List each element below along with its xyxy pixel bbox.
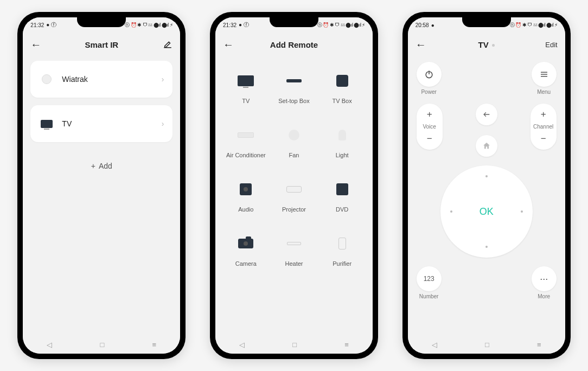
fan-icon [39,72,54,87]
menu-button[interactable] [532,62,557,87]
tv-icon [234,69,257,92]
channel-up-button[interactable]: + [541,107,546,122]
add-button[interactable]: + Add [30,150,172,182]
remote-type-ac[interactable]: Air Conditioner [223,120,269,169]
device-card-wiatrak[interactable]: Wiatrak › [30,61,172,98]
nav-back-icon[interactable]: ◁ [47,341,52,349]
number-button[interactable]: 123 [417,266,442,291]
remote-type-heater[interactable]: Heater [271,229,317,278]
nav-back-icon[interactable]: ◁ [239,341,245,349]
back-icon[interactable]: ← [30,39,41,51]
nav-recent-icon[interactable]: ≡ [344,341,349,349]
phone-smart-ir: 21:32 ● ⓕ ⓝ ⏰ ✱ ⛉ 𝌂 ⬤ıl ⬤ıl ⚡︎ ← Smart I… [17,12,186,359]
dpad-left-button[interactable] [450,210,452,213]
edit-button[interactable]: Edit [545,41,557,49]
status-right-icons: ⓝ ⏰ ✱ ⛉ 𝌂 ⬤ıl ⬤ıl ⚡︎ [510,22,558,29]
remote-type-purifier[interactable]: Purifier [319,229,365,278]
tvbox-icon [331,69,354,92]
nav-header: ← TV Edit [408,33,565,56]
nav-back-icon[interactable]: ◁ [432,341,437,349]
status-left-icons: ● ⓕ [239,21,249,29]
heater-icon [283,232,305,255]
camera-icon [234,232,257,255]
status-left-icons: ● [431,22,434,28]
remote-type-audio[interactable]: Audio [223,175,269,223]
page-title: Smart IR [49,40,154,49]
audio-icon [234,178,257,201]
back-icon[interactable]: ← [223,39,234,51]
number-label: Number [419,293,439,299]
remote-type-fan[interactable]: Fan [271,120,317,169]
nav-recent-icon[interactable]: ≡ [152,341,157,349]
device-label: TV [62,119,161,128]
nav-footer: ◁ □ ≡ [408,335,565,354]
nav-header: ← Add Remote [215,33,373,56]
dpad-right-button[interactable] [521,210,523,213]
status-right-icons: ⓝ ⏰ ✱ ⛉ 𝌂 ⬤ıl ⬤ıl ⚡︎ [125,22,172,29]
remote-type-camera[interactable]: Camera [223,229,269,278]
phone-tv-remote: 20:58 ● ⓝ ⏰ ✱ ⛉ 𝌂 ⬤ıl ⬤ıl ⚡︎ ← TV Edit P… [402,12,571,359]
power-label: Power [421,89,436,95]
channel-label: Channel [533,122,553,131]
nav-recent-icon[interactable]: ≡ [537,341,541,349]
chevron-right-icon: › [162,75,164,84]
power-button[interactable] [417,62,442,87]
nav-home-icon[interactable]: □ [292,341,297,349]
status-time: 20:58 [416,22,429,28]
more-button[interactable]: ··· [532,266,557,291]
dpad-down-button[interactable] [485,246,488,248]
channel-rocker: + Channel − [531,104,557,150]
status-time: 21:32 [223,22,237,28]
edit-icon[interactable] [163,39,172,50]
page-title: Add Remote [241,40,347,49]
phone-notch [462,17,511,27]
voice-rocker: + Voice − [417,104,443,150]
settopbox-icon [283,69,305,92]
status-right-icons: ⓝ ⏰ ✱ ⛉ 𝌂 ⬤ıl ⬤ıl ⚡︎ [317,22,365,29]
projector-icon [283,178,305,201]
tv-icon [39,116,54,131]
page-title: TV [434,40,539,49]
voice-up-button[interactable]: + [427,107,432,122]
remote-type-light[interactable]: Light [319,120,365,169]
phone-notch [270,17,318,27]
menu-label: Menu [537,89,551,95]
device-card-tv[interactable]: TV › [30,105,172,142]
phone-add-remote: 21:32 ● ⓕ ⓝ ⏰ ✱ ⛉ 𝌂 ⬤ıl ⬤ıl ⚡︎ ← Add Rem… [210,12,378,359]
more-label: More [538,293,550,299]
remote-type-tvbox[interactable]: TV Box [319,66,365,115]
voice-down-button[interactable]: − [427,131,432,146]
remote-type-dvd[interactable]: DVD [319,175,365,223]
status-dot-icon [492,44,495,47]
nav-home-icon[interactable]: □ [100,341,105,349]
channel-down-button[interactable]: − [541,131,546,146]
plus-icon: + [91,162,95,170]
remote-type-settopbox[interactable]: Set-top Box [271,66,317,115]
ok-button[interactable]: OK [480,206,494,218]
voice-label: Voice [423,122,436,131]
back-icon[interactable]: ← [416,39,426,51]
status-left-icons: ● ⓕ [46,21,56,29]
phone-notch [77,17,126,27]
ac-icon [234,124,257,146]
add-label: Add [99,162,112,170]
nav-footer: ◁ □ ≡ [215,335,373,354]
back-button[interactable] [476,104,497,125]
dvd-icon [331,178,354,201]
fan-icon [283,124,305,146]
light-icon [331,124,354,146]
dpad-up-button[interactable] [485,175,488,177]
nav-footer: ◁ □ ≡ [23,335,180,354]
status-time: 21:32 [30,22,44,28]
nav-home-icon[interactable]: □ [485,341,489,349]
purifier-icon [331,232,354,255]
home-button[interactable] [476,135,497,157]
remote-type-tv[interactable]: TV [223,66,269,115]
nav-header: ← Smart IR [23,33,180,56]
chevron-right-icon: › [162,119,164,128]
device-label: Wiatrak [62,75,161,84]
dpad: OK [440,165,533,258]
remote-type-projector[interactable]: Projector [271,175,317,223]
